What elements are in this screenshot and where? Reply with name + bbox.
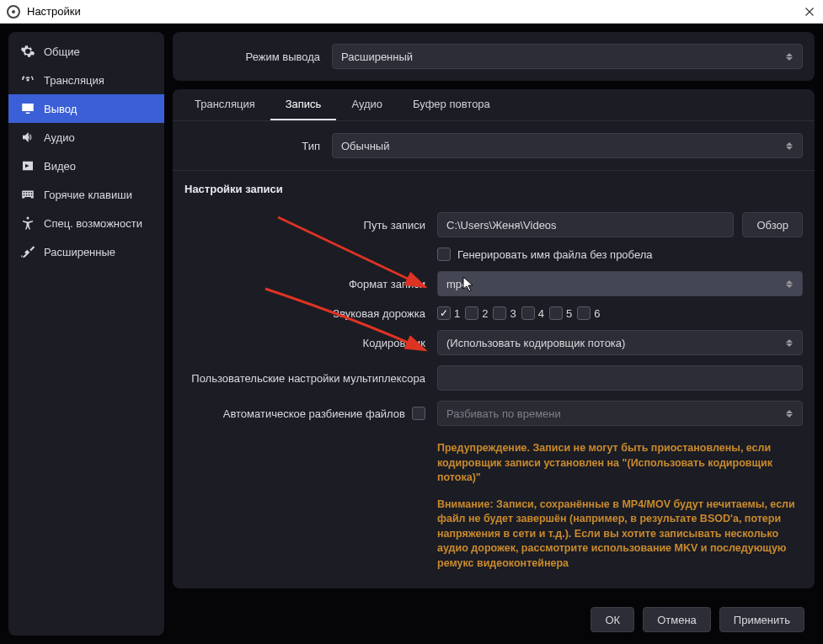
autosplit-placeholder: Разбивать по времени	[446, 407, 561, 420]
nospace-checkbox[interactable]	[437, 247, 451, 261]
encoder-value: (Использовать кодировщик потока)	[446, 337, 625, 349]
sidebar: Общие Трансляция Вывод Аудио Видео Горяч…	[8, 32, 164, 636]
track-checkbox-2[interactable]	[465, 306, 478, 320]
track-item: 1	[437, 306, 460, 320]
encoder-select[interactable]: (Использовать кодировщик потока)	[437, 330, 803, 355]
window-title: Настройки	[27, 5, 81, 18]
format-value: mp4	[446, 278, 468, 290]
footer: ОК Отмена Применить	[173, 597, 815, 636]
apply-button[interactable]: Применить	[719, 607, 804, 632]
track-item: 3	[493, 306, 516, 320]
app-logo-icon	[7, 5, 20, 19]
speaker-icon	[20, 130, 35, 145]
autosplit-select[interactable]: Разбивать по времени	[437, 401, 803, 426]
record-path-label: Путь записи	[184, 219, 429, 232]
track-number: 3	[510, 307, 516, 320]
tab-stream[interactable]: Трансляция	[179, 89, 270, 120]
warning-row: Предупреждение. Записи не могут быть при…	[184, 431, 803, 588]
sidebar-item-label: Спец. возможности	[44, 217, 142, 230]
format-row: Формат записи mp4	[184, 266, 803, 301]
accessibility-icon	[20, 216, 35, 231]
mux-input[interactable]	[437, 365, 803, 391]
tools-icon	[20, 244, 35, 259]
output-mode-label: Режим вывода	[184, 51, 323, 63]
sidebar-item-label: Расширенные	[44, 246, 115, 258]
sidebar-item-accessibility[interactable]: Спец. возможности	[8, 209, 164, 237]
track-number: 2	[482, 307, 488, 320]
sidebar-item-audio[interactable]: Аудио	[8, 123, 164, 152]
mux-label: Пользовательские настройки мультиплексор…	[184, 372, 429, 385]
keyboard-icon	[20, 187, 35, 202]
tracks-row: Звуковая дорожка 123456	[184, 301, 803, 325]
section-title: Настройки записи	[184, 183, 803, 195]
browse-button[interactable]: Обзор	[742, 212, 803, 237]
output-mode-select[interactable]: Расширенный	[332, 44, 803, 69]
track-checkbox-3[interactable]	[493, 306, 506, 320]
record-type-select[interactable]: Обычный	[332, 133, 803, 158]
updown-icon	[785, 280, 794, 288]
sidebar-item-video[interactable]: Видео	[8, 152, 164, 180]
record-path-input[interactable]: C:\Users\Женя\Videos	[437, 212, 734, 237]
track-checkbox-1[interactable]	[437, 306, 451, 320]
tab-record[interactable]: Запись	[270, 89, 337, 120]
tab-replay-buffer[interactable]: Буфер повтора	[398, 89, 505, 120]
sidebar-item-label: Видео	[44, 160, 76, 173]
record-type-value: Обычный	[341, 140, 389, 152]
track-item: 5	[549, 306, 572, 320]
form-area: Настройки записи Путь записи C:\Users\Же…	[173, 171, 815, 588]
track-item: 6	[577, 306, 600, 320]
format-label: Формат записи	[184, 278, 429, 290]
track-checkbox-5[interactable]	[549, 306, 563, 320]
sidebar-item-hotkeys[interactable]: Горячие клавиши	[8, 180, 164, 209]
sidebar-item-label: Аудио	[44, 131, 75, 144]
video-icon	[20, 158, 35, 173]
updown-icon	[785, 339, 794, 347]
tabs-row: Трансляция Запись Аудио Буфер повтора	[173, 89, 815, 121]
nospace-row: Генерировать имя файла без пробела	[184, 242, 803, 266]
encoder-label: Кодировщик	[184, 337, 429, 349]
broadcast-icon	[20, 72, 35, 88]
updown-icon	[785, 410, 794, 418]
monitor-icon	[20, 101, 35, 116]
autosplit-label: Автоматическое разбиение файлов	[223, 407, 405, 420]
track-item: 2	[465, 306, 488, 320]
warning-text: Предупреждение. Записи не могут быть при…	[437, 436, 803, 583]
main-panel: Режим вывода Расширенный Трансляция Запи…	[173, 32, 815, 636]
sidebar-item-output[interactable]: Вывод	[8, 94, 164, 123]
titlebar: Настройки	[0, 0, 823, 24]
tracks-label: Звуковая дорожка	[184, 307, 429, 320]
record-path-row: Путь записи C:\Users\Женя\Videos Обзор	[184, 207, 803, 242]
autosplit-row: Автоматическое разбиение файлов Разбиват…	[184, 396, 803, 431]
sidebar-item-label: Вывод	[44, 103, 77, 115]
output-mode-row: Режим вывода Расширенный	[173, 32, 815, 81]
encoder-row: Кодировщик (Использовать кодировщик пото…	[184, 325, 803, 360]
close-icon[interactable]	[803, 5, 816, 19]
mux-row: Пользовательские настройки мультиплексор…	[184, 360, 803, 396]
track-number: 6	[594, 307, 600, 320]
ok-button[interactable]: ОК	[591, 607, 634, 632]
track-checkbox-6[interactable]	[577, 306, 591, 320]
gear-icon	[20, 44, 35, 59]
track-item: 4	[521, 306, 544, 320]
output-mode-value: Расширенный	[341, 51, 413, 63]
sidebar-item-general[interactable]: Общие	[8, 37, 164, 66]
sidebar-item-stream[interactable]: Трансляция	[8, 66, 164, 94]
track-checkbox-4[interactable]	[521, 306, 535, 320]
sidebar-item-advanced[interactable]: Расширенные	[8, 237, 164, 266]
track-number: 5	[566, 307, 572, 320]
tab-audio[interactable]: Аудио	[336, 89, 398, 120]
updown-icon	[785, 142, 794, 150]
record-type-row: Тип Обычный	[173, 121, 815, 171]
nospace-label: Генерировать имя файла без пробела	[457, 248, 653, 261]
cancel-button[interactable]: Отмена	[643, 607, 711, 632]
tabs-panel: Трансляция Запись Аудио Буфер повтора Ти…	[173, 89, 815, 588]
sidebar-item-label: Общие	[44, 45, 80, 58]
autosplit-checkbox[interactable]	[412, 407, 425, 420]
sidebar-item-label: Горячие клавиши	[44, 189, 132, 201]
updown-icon	[785, 53, 794, 61]
sidebar-item-label: Трансляция	[44, 74, 104, 87]
format-select[interactable]: mp4	[437, 271, 803, 296]
track-number: 4	[538, 307, 544, 320]
track-number: 1	[454, 307, 460, 320]
record-type-label: Тип	[184, 140, 323, 152]
